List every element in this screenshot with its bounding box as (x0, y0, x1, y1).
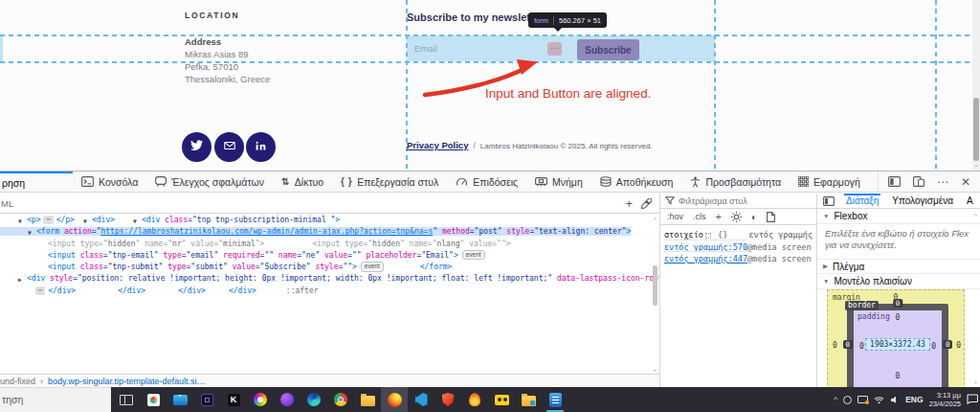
markup-line[interactable]: ▼<form action="https://lambroshatzinikol… (0, 227, 631, 236)
taskbar-item[interactable] (354, 387, 381, 412)
twisty-icon[interactable]: ▼ (133, 216, 137, 224)
taskbar-item[interactable] (515, 387, 542, 412)
taskbar-item[interactable] (193, 387, 220, 412)
markup-line[interactable]: <input type="hidden" name="nr" value="mi… (0, 240, 264, 248)
border-top-value[interactable]: 0 (893, 299, 902, 308)
tab-network[interactable]: ⇅Δίκτυο (273, 172, 332, 192)
taskbar-item[interactable] (167, 387, 193, 412)
taskbar-item[interactable] (327, 387, 354, 412)
taskbar-item[interactable] (274, 387, 301, 412)
taskbar-item[interactable] (408, 387, 434, 412)
padding-bottom-value[interactable]: 0 (896, 372, 901, 380)
taskbar-item[interactable] (488, 387, 515, 412)
layout-scroll-up-icon[interactable]: ⌃ (973, 213, 978, 219)
stylesheet-link[interactable]: εντός γραμμής:447 (664, 254, 747, 263)
taskbar-item[interactable] (434, 387, 461, 412)
breadcrumb-item-body[interactable]: body.wp-singular.tip-template-default.si… (48, 377, 205, 386)
twisty-icon[interactable]: ▼ (18, 216, 22, 224)
taskbar-item[interactable] (247, 387, 274, 412)
language-indicator[interactable]: ENG (905, 395, 923, 404)
tab-inspector[interactable]: ρηση (0, 172, 73, 192)
lastpass-icon[interactable]: ⋯ (547, 42, 562, 56)
tab-accessibility[interactable]: Προσβασιμότητα (681, 172, 790, 192)
create-node-button[interactable]: + (625, 197, 633, 210)
speaker-icon[interactable] (890, 391, 900, 408)
add-rule-button[interactable]: + (716, 211, 722, 222)
selector-highlighter-icon[interactable] (705, 233, 711, 239)
tab-debugger[interactable]: Έλεγχος σφαλμάτων (146, 172, 273, 192)
email-input[interactable]: Email (414, 43, 437, 54)
tray-expand-icon[interactable]: ^ (834, 396, 837, 403)
markup-line[interactable]: ::after (256, 286, 319, 295)
responsive-mode-icon[interactable] (913, 176, 924, 187)
devtools-menu-icon[interactable]: ⋯ (937, 176, 948, 188)
subscribe-button[interactable]: Subscribe (577, 39, 639, 60)
markup-scroll-down-icon[interactable]: ⌄ (653, 365, 657, 372)
content-size-value[interactable]: 1903×3372.43 (865, 338, 930, 351)
markup-line[interactable]: </div> (206, 286, 256, 295)
rules-line[interactable]: @media screen and (min-width: (747, 254, 816, 263)
markup-line[interactable]: <input class="tnp-submit" type="submit" … (0, 263, 384, 271)
grid-section-header[interactable]: ▶ Πλέγμα (817, 259, 980, 274)
margin-left-value[interactable]: 0 (833, 341, 837, 350)
tab-styleeditor[interactable]: { }Επεξεργασία στυλ (332, 172, 447, 192)
markup-line[interactable]: </form> (384, 263, 453, 271)
dock-panel-icon[interactable] (888, 176, 901, 187)
padding-left-value[interactable]: 0 (859, 342, 864, 351)
taskbar-item[interactable] (140, 387, 167, 412)
display-notification-icon[interactable] (858, 396, 868, 403)
twisty-icon[interactable]: ▼ (83, 216, 87, 224)
pane-toggle-icon[interactable] (823, 196, 835, 206)
markup-line[interactable]: </div> (145, 286, 206, 295)
rules-line[interactable]: @media screen and (min-width: (747, 242, 816, 252)
people-icon[interactable] (843, 396, 852, 404)
linkedin-link[interactable] (246, 132, 276, 162)
markup-line[interactable]: ▶<div style="position: relative !importa… (0, 274, 660, 283)
taskbar-item[interactable] (381, 387, 408, 412)
light-theme-icon[interactable] (731, 212, 742, 222)
print-media-icon[interactable] (767, 212, 775, 222)
markup-line[interactable]: ⋯</div> (0, 286, 76, 295)
scroll-down-icon[interactable]: ⌄ (972, 161, 980, 168)
taskbar-item[interactable] (220, 387, 247, 412)
twisty-icon[interactable]: ▼ (28, 227, 32, 236)
class-toggle-button[interactable]: .cls (693, 212, 706, 221)
border-left-value[interactable]: 0 (843, 340, 853, 349)
markup-line[interactable]: <input class="tnp-email" type="email" re… (0, 251, 485, 260)
taskbar-item[interactable] (113, 387, 140, 412)
tab-application[interactable]: Εφαρμογή (790, 172, 869, 192)
notification-center-icon[interactable] (967, 391, 978, 408)
twisty-icon[interactable]: ▶ (18, 274, 22, 283)
taskbar-search-input[interactable]: τηση (0, 387, 111, 412)
tab-performance[interactable]: Επιδόσεις (447, 172, 526, 192)
padding-top-value[interactable]: 0 (896, 313, 901, 322)
html-search-input[interactable]: ML (0, 198, 13, 209)
boxmodel-section-header[interactable]: ▼ Μοντέλο πλαισίων (817, 274, 980, 289)
rules-line[interactable]: } (723, 230, 727, 240)
twitter-link[interactable] (182, 132, 212, 162)
flexbox-section-header[interactable]: ▼ Flexbox (817, 209, 980, 224)
markup-line[interactable]: ▼<div class="tnp tnp-subscription-minima… (115, 216, 340, 224)
stylesheet-link[interactable]: εντός γραμμής:570 (664, 242, 747, 252)
rules-filter-input[interactable]: Φιλτράρισμα στυλ (679, 196, 747, 206)
eyedropper-icon[interactable] (641, 198, 652, 209)
email-link[interactable] (214, 132, 244, 162)
taskbar-item[interactable] (542, 387, 568, 412)
rules-line[interactable]: εντός γραμμήςστοιχείο { (664, 230, 723, 240)
privacy-policy-link[interactable]: Privacy Policy (407, 140, 468, 150)
breadcrumb-item-partial[interactable]: und-fixed (0, 377, 35, 386)
tab-computed[interactable]: Υπολογισμένα (890, 194, 955, 209)
pseudo-class-button[interactable]: :hov (667, 212, 683, 221)
tab-layout[interactable]: Διάταξη (844, 194, 880, 209)
clock[interactable]: 3:13 μμ 23/4/2025 (929, 391, 961, 408)
taskbar-item[interactable] (301, 387, 327, 412)
markup-line[interactable]: ▼<div> (75, 216, 115, 224)
layout-scroll-down-icon[interactable]: ⌄ (973, 378, 978, 384)
devtools-close-icon[interactable]: ✕ (961, 176, 970, 188)
markup-line[interactable]: <input type="hidden" name="nlang" value=… (264, 240, 510, 248)
markup-line[interactable]: </div> (76, 286, 145, 295)
margin-right-value[interactable]: 0 (956, 341, 961, 350)
dark-theme-icon[interactable]: ◐ (751, 212, 757, 222)
markup-line[interactable]: ▼<p>⋯</p> (0, 216, 75, 224)
tab-changes-partial[interactable]: Α (965, 194, 975, 209)
